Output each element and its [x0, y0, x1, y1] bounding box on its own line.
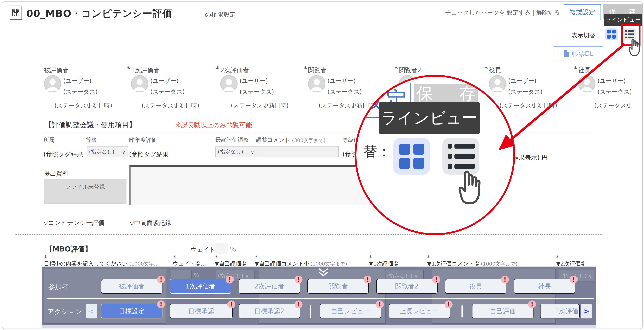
adjust-comment-input[interactable] [256, 146, 339, 157]
duplicate-settings-button[interactable]: 複製設定 [564, 4, 601, 20]
ref-tag-result-2: (参照タグ結果 [129, 150, 168, 158]
mbo-header-weight: * ウェイト①… [173, 260, 206, 267]
alert-badge: ! [376, 301, 384, 308]
alert-badge: ! [364, 276, 371, 284]
participant-button[interactable]: 閲覧者! [307, 279, 369, 294]
adjust-section-title: 【評価調整会議・使用項目】 [45, 120, 136, 130]
document-icon [563, 50, 570, 58]
magnifier-ring [355, 75, 515, 235]
avatar [220, 75, 238, 92]
action-button[interactable]: 目標承認2! [238, 304, 300, 319]
action-button[interactable]: 自己評価! [472, 304, 534, 319]
participant-button[interactable]: 2次評価者! [238, 279, 300, 294]
alert-badge: ! [445, 301, 452, 308]
alert-badge: ! [157, 276, 165, 284]
evaluator-column: * 1次評価者 (ユーザー) (ステータス) (ステータス更新日時) [131, 66, 225, 114]
bottom-strip [42, 326, 596, 328]
grade-select[interactable]: (指定なし)∨ [87, 146, 128, 157]
participant-button[interactable]: 社長! [514, 279, 575, 294]
mbo-header-self-comment: * ▼自己評価コメント①(1000文字まで) [255, 260, 347, 267]
actions-label: アクション [48, 307, 82, 316]
participant-button[interactable]: 被評価者! [101, 279, 162, 294]
mbo-section-title: 【MBO評価】 [45, 245, 92, 254]
field-label-final-adjust: 最終評価調整 [216, 136, 249, 144]
page-subtitle: の権限設定 [205, 10, 236, 19]
avatar [44, 75, 61, 92]
actions-prev-button[interactable]: < [86, 304, 97, 319]
evaluator-column: * 2次評価者 (ユーザー) (ステータス) (ステータス更新日時) [220, 66, 314, 114]
actions-next-button[interactable]: > [581, 304, 592, 319]
alert-badge: ! [501, 276, 509, 284]
weight-percent: % [230, 246, 236, 253]
report-download-button[interactable]: 帳票DL [553, 46, 603, 61]
alert-badge: ! [528, 301, 536, 308]
check-parts-actions[interactable]: チェックしたパーツを 設定する | 解除する [402, 8, 560, 16]
action-button[interactable]: 自己レビュー! [320, 304, 381, 319]
chevron-down-icon: ∨ [250, 149, 254, 155]
view-restriction-note: ※課長職以上のみ閲覧可能 [176, 121, 252, 129]
evaluator-column: * 社長 (ユーザー) (ステータス) (ステータス更新日時) [578, 66, 641, 114]
participant-button[interactable]: 役員! [445, 279, 506, 294]
mbo-header-second-eval: * ▼2次評価① [556, 260, 586, 267]
avatar [308, 75, 325, 92]
action-button-selected[interactable]: 目標設定! [101, 304, 162, 319]
participant-button-selected[interactable]: 1次評価者! [170, 279, 231, 294]
grid-view-icon [607, 30, 616, 39]
participant-button[interactable]: 閲覧者2! [376, 279, 438, 294]
alert-badge: ! [432, 276, 440, 284]
alert-badge: ! [226, 276, 234, 284]
hand-cursor-icon [628, 36, 643, 56]
section-separator [15, 234, 603, 235]
alert-badge: ! [295, 301, 302, 308]
action-button-clipped[interactable]: 1次評価 [540, 304, 580, 319]
final-adjust-select[interactable]: (指定なし)∨ [216, 146, 257, 157]
field-label-grade: 等級 [86, 136, 97, 144]
evaluator-column: 被評価者 (ユーザー) (ステータス) (ステータス更新日時) [44, 66, 138, 114]
mbo-header-first-comment: * ▼1次評価コメント①(1000文字まで) [427, 260, 518, 267]
column-divider [83, 133, 83, 166]
field-label-affiliation: 所属 [44, 136, 54, 144]
avatar [131, 75, 148, 92]
mbo-header-self-eval: * ▼自己評価① [215, 260, 246, 267]
alert-badge: ! [295, 276, 302, 284]
avatar [489, 75, 506, 92]
chevron-down-icon: ∨ [122, 149, 126, 155]
ghost-percent: % [194, 272, 199, 278]
mbo-header-goal: * 目標①の内容を記入してください(1000文字… [44, 260, 159, 267]
field-label-comment: 調整コメント [256, 136, 290, 144]
lineview-tooltip: ラインビュー [604, 14, 642, 26]
alert-badge: ! [570, 276, 578, 284]
page-title: 00_MBO・コンピテンシー評価 [26, 7, 172, 20]
overlay-bottom-line [42, 326, 596, 326]
weight-input[interactable] [215, 243, 228, 254]
action-button[interactable]: 上長レビュー! [388, 304, 450, 319]
ref-tag-result: (参照タグ結果 [44, 150, 83, 158]
alert-badge: ! [157, 301, 165, 308]
participants-label: 参加者 [48, 282, 68, 291]
permission-overlay-panel: % (指定なし) ∨ (指定なし) ∨ (指定なし) ∨ 参加者 被評価者! 1… [42, 267, 596, 328]
action-button[interactable]: 目標承認! [170, 304, 233, 319]
avatar [578, 75, 596, 92]
card-view-toggle-button[interactable] [605, 28, 618, 40]
action-group-separator [310, 305, 311, 318]
interim-link[interactable]: ▽中間面談記録 [130, 219, 171, 227]
collapse-chevron-icon[interactable] [318, 268, 328, 277]
file-upload-area[interactable]: ファイル未登録 [44, 179, 126, 204]
row-divider [47, 298, 594, 299]
doc-status-badge: 開 [10, 5, 22, 20]
comment-limit: (300文字まで) [292, 137, 326, 144]
field-label-last-year: 昨年度評価 [129, 136, 157, 144]
evaluator-column: * 役員 (ユーザー) (ステータス) (ステータス更新日時) [489, 66, 582, 114]
alert-badge: ! [227, 301, 235, 308]
competency-link[interactable]: ▽コンピテンシー評価 [44, 219, 104, 227]
view-toggle-label: 表示切替: [572, 31, 597, 39]
submit-docs-label: 提出資料 [44, 169, 68, 178]
mbo-header-first-eval: * ▼1次評価① [369, 260, 398, 267]
weight-label: ウェイト: [190, 246, 218, 254]
action-group-separator [462, 305, 463, 318]
